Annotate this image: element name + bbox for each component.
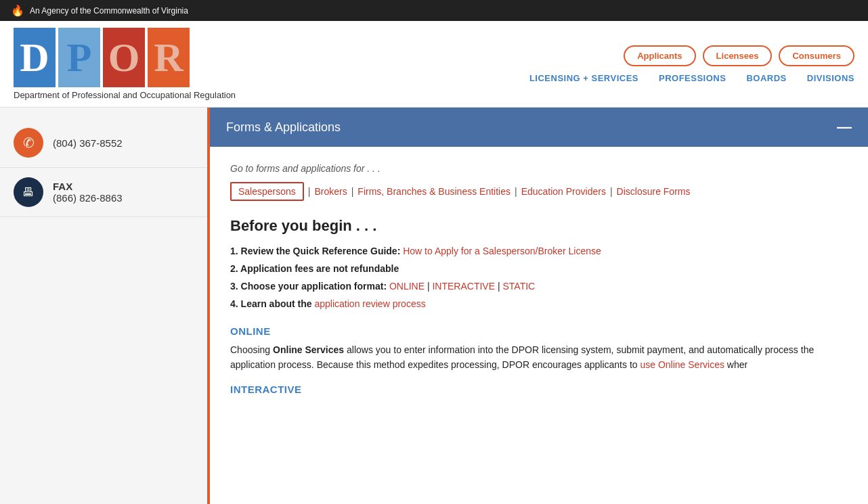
before-title: Before you begin . . . <box>230 217 848 235</box>
sep-3: | <box>515 186 517 197</box>
nav-professions[interactable]: PROFESSIONS <box>659 73 726 83</box>
step-3: 3. Choose your application format: ONLIN… <box>230 281 848 292</box>
education-providers-link[interactable]: Education Providers <box>521 186 606 197</box>
step-2-text: Application fees are not refundable <box>240 263 399 274</box>
step-1: 1. Review the Quick Reference Guide: How… <box>230 246 848 256</box>
nav-licensing[interactable]: LICENSING + SERVICES <box>529 73 638 83</box>
sep-1: | <box>308 186 311 197</box>
nav-boards[interactable]: BOARDS <box>746 73 786 83</box>
salespersons-box: Salespersons <box>230 182 304 201</box>
online-format-link[interactable]: ONLINE <box>389 281 425 292</box>
step-4: 4. Learn about the application review pr… <box>230 298 848 309</box>
logo-r: R <box>148 28 190 87</box>
nav-divisions[interactable]: DIVISIONS <box>807 73 854 83</box>
content-body: Go to forms and applications for . . . S… <box>210 147 868 411</box>
logo-o: O <box>103 28 145 87</box>
applicants-button[interactable]: Applicants <box>624 45 695 66</box>
online-section-title: ONLINE <box>230 325 848 337</box>
static-format-link[interactable]: STATIC <box>502 281 535 292</box>
section-bar-collapse[interactable]: — <box>837 118 852 136</box>
sep-2: | <box>351 186 354 197</box>
online-para-start: Choosing <box>230 344 273 355</box>
online-para-end: wher <box>724 359 747 370</box>
section-bar-title: Forms & Applications <box>226 120 341 135</box>
step-4-prefix: Learn about the <box>241 298 315 309</box>
phone-icon: ✆ <box>14 128 43 158</box>
consumers-button[interactable]: Consumers <box>779 45 854 66</box>
logo-p: P <box>58 28 100 87</box>
top-bar: 🔥 An Agency of the Commonwealth of Virgi… <box>0 0 868 21</box>
logo-blocks: D P O R <box>14 28 236 87</box>
step-2-num: 2. <box>230 263 240 274</box>
application-review-link[interactable]: application review process <box>314 298 425 309</box>
sidebar-fax-number: (866) 826-8863 <box>53 192 123 204</box>
fax-icon: 🖶 <box>14 177 43 207</box>
logo-d: D <box>14 28 56 87</box>
sidebar-phone-item: ✆ (804) 367-8552 <box>0 118 207 168</box>
step-2: 2. Application fees are not refundable <box>230 263 848 274</box>
header-right: Applicants Licensees Consumers LICENSING… <box>529 45 854 83</box>
forms-links: Salespersons | Brokers | Firms, Branches… <box>230 182 848 201</box>
go-to-text: Go to forms and applications for . . . <box>230 163 848 174</box>
content-area: Forms & Applications — Go to forms and a… <box>210 108 868 504</box>
steps-list: 1. Review the Quick Reference Guide: How… <box>230 246 848 309</box>
firms-link[interactable]: Firms, Branches & Business Entities <box>357 186 511 197</box>
header: D P O R Department of Professional and O… <box>0 21 868 108</box>
interactive-section-title: INTERACTIVE <box>230 384 848 395</box>
sidebar-fax-info: FAX (866) 826-8863 <box>53 181 123 204</box>
nav-links: LICENSING + SERVICES PROFESSIONS BOARDS … <box>529 73 854 83</box>
flame-icon: 🔥 <box>11 4 24 17</box>
brokers-link[interactable]: Brokers <box>314 186 347 197</box>
salespersons-link[interactable]: Salespersons <box>238 186 296 197</box>
disclosure-forms-link[interactable]: Disclosure Forms <box>617 186 691 197</box>
sidebar-fax-label: FAX <box>53 181 123 192</box>
header-buttons: Applicants Licensees Consumers <box>624 45 854 66</box>
section-bar: Forms & Applications — <box>210 108 868 147</box>
use-online-services-link[interactable]: use Online Services <box>640 359 724 370</box>
online-para: Choosing Online Services allows you to e… <box>230 342 848 373</box>
quick-reference-link[interactable]: How to Apply for a Salesperson/Broker Li… <box>403 246 601 256</box>
main-layout: ✆ (804) 367-8552 🖶 FAX (866) 826-8863 Fo… <box>0 108 868 504</box>
sidebar: ✆ (804) 367-8552 🖶 FAX (866) 826-8863 <box>0 108 210 504</box>
step-4-num: 4. <box>230 298 241 309</box>
online-services-bold: Online Services <box>273 344 344 355</box>
logo-area: D P O R Department of Professional and O… <box>14 28 236 100</box>
interactive-format-link[interactable]: INTERACTIVE <box>432 281 495 292</box>
step-1-num: 1. <box>230 246 241 256</box>
sep-4: | <box>610 186 613 197</box>
step-3-num: 3. <box>230 281 241 292</box>
top-bar-text: An Agency of the Commonwealth of Virgini… <box>30 6 188 16</box>
step-1-prefix: Review the Quick Reference Guide: <box>241 246 404 256</box>
sidebar-fax-item: 🖶 FAX (866) 826-8863 <box>0 168 207 217</box>
licensees-button[interactable]: Licensees <box>703 45 773 66</box>
step-3-prefix: Choose your application format: <box>241 281 389 292</box>
logo-subtitle: Department of Professional and Occupatio… <box>14 90 236 100</box>
sidebar-phone-number: (804) 367-8552 <box>53 137 123 149</box>
